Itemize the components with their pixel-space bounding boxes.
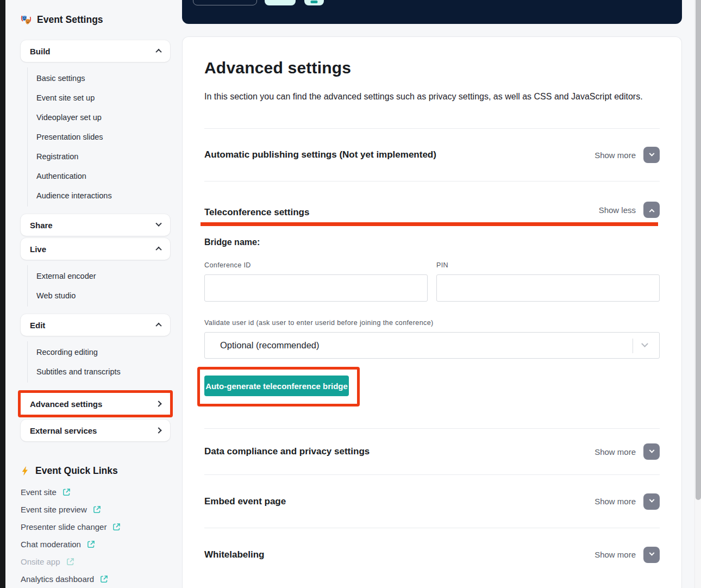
toolbar-button-icon <box>311 1 318 3</box>
quick-link-analytics-dashboard[interactable]: Analytics dashboard <box>21 570 182 587</box>
section-row-whitelabeling: Whitelabeling Show more <box>204 528 660 581</box>
quick-link-label: Event site preview <box>21 505 87 514</box>
external-link-icon <box>112 523 121 531</box>
expand-section-button[interactable] <box>643 547 660 563</box>
validate-userid-select[interactable]: Optional (recommended) <box>204 332 660 359</box>
show-less-label[interactable]: Show less <box>599 205 636 215</box>
chevron-down-icon <box>649 497 654 503</box>
quick-link-event-site[interactable]: Event site <box>21 483 182 501</box>
expand-section-button[interactable] <box>643 147 660 163</box>
sidebar-item-videoplayer-set-up[interactable]: Videoplayer set up <box>28 108 182 127</box>
section-controls: Show more <box>594 547 660 563</box>
show-more-label[interactable]: Show more <box>594 447 636 456</box>
sidebar-item-registration[interactable]: Registration <box>28 147 182 166</box>
edit-subitems: Recording editing Subtitles and transcri… <box>27 341 182 383</box>
section-title: Automatic publishing settings (Not yet i… <box>204 149 436 160</box>
external-link-icon <box>93 505 101 514</box>
build-subitems: Basic settings Event site set up Videopl… <box>27 67 182 207</box>
toolbar-primary-button[interactable] <box>265 0 296 5</box>
external-link-icon <box>66 558 74 566</box>
external-link-icon <box>87 540 95 548</box>
sidebar-section-edit[interactable]: Edit <box>21 314 170 336</box>
annotation-box-generate-button: Auto-generate teleconference bridge <box>197 367 360 406</box>
page-description: In this section you can find the advance… <box>204 91 660 102</box>
section-row-teleconference: Teleconference settings Show less <box>204 182 660 222</box>
section-label: Build <box>30 47 51 56</box>
conference-id-label: Conference ID <box>204 261 428 269</box>
auto-generate-bridge-button[interactable]: Auto-generate teleconference bridge <box>204 376 349 396</box>
chevron-right-icon <box>155 427 161 433</box>
sidebar-item-external-encoder[interactable]: External encoder <box>28 266 182 286</box>
bridge-name-label: Bridge name: <box>204 237 660 247</box>
quick-links-list: Event site Event site preview Presenter … <box>21 483 182 588</box>
section-row-data-compliance: Data compliance and privacy settings Sho… <box>204 429 660 474</box>
sidebar-item-web-studio[interactable]: Web studio <box>28 286 182 305</box>
sidebar-section-external-services[interactable]: External services <box>21 420 170 441</box>
quick-link-label: Chat moderation <box>21 540 81 549</box>
quick-link-label: Event site <box>21 487 57 497</box>
sidebar-item-presentation-slides[interactable]: Presentation slides <box>28 127 182 147</box>
lightning-icon <box>21 466 30 476</box>
quick-link-onsite-app[interactable]: Onsite app <box>21 553 182 570</box>
main-column: Advanced settings In this section you ca… <box>182 0 682 588</box>
sidebar-title-text: Event Settings <box>37 14 103 26</box>
pin-input[interactable] <box>436 274 660 302</box>
advanced-settings-panel: Advanced settings In this section you ca… <box>182 36 682 588</box>
quick-link-label: Analytics dashboard <box>21 574 94 584</box>
sidebar-section-advanced-settings[interactable]: Advanced settings <box>21 393 170 415</box>
sidebar-item-basic-settings[interactable]: Basic settings <box>28 68 182 88</box>
masks-icon <box>21 15 32 26</box>
quick-link-chat-moderation[interactable]: Chat moderation <box>21 535 182 553</box>
section-controls: Show more <box>594 147 660 163</box>
quick-link-label: Onsite app <box>21 557 60 566</box>
chevron-down-icon <box>155 221 161 227</box>
section-title: Teleconference settings <box>204 207 309 218</box>
window-edge-strip <box>0 0 5 588</box>
section-title: Embed event page <box>204 496 286 507</box>
section-label: Share <box>30 221 53 230</box>
sidebar-section-share[interactable]: Share <box>21 214 170 236</box>
sidebar: Event Settings Build Basic settings Even… <box>5 0 182 588</box>
annotation-box-advanced-settings: Advanced settings <box>18 390 173 417</box>
chevron-down-icon <box>649 551 654 556</box>
live-subitems: External encoder Web studio <box>27 265 182 306</box>
sidebar-item-authentication[interactable]: Authentication <box>28 166 182 186</box>
section-row-automatic-publishing: Automatic publishing settings (Not yet i… <box>204 129 660 181</box>
sidebar-item-recording-editing[interactable]: Recording editing <box>28 342 182 362</box>
toolbar-icon-button[interactable] <box>304 0 324 5</box>
chevron-down-icon <box>649 151 654 156</box>
page-scrollbar-track[interactable] <box>694 0 701 588</box>
sidebar-item-event-site-set-up[interactable]: Event site set up <box>28 88 182 108</box>
section-controls: Show more <box>594 443 660 460</box>
show-more-label[interactable]: Show more <box>594 497 636 506</box>
expand-section-button[interactable] <box>643 493 660 510</box>
sidebar-item-audience-interactions[interactable]: Audience interactions <box>28 186 182 205</box>
section-title: Whitelabeling <box>204 549 265 560</box>
section-label: Edit <box>30 321 45 330</box>
page-scrollbar-thumb[interactable] <box>696 0 701 500</box>
sidebar-item-subtitles-and-transcripts[interactable]: Subtitles and transcripts <box>28 362 182 381</box>
show-more-label[interactable]: Show more <box>594 550 636 559</box>
external-link-icon <box>62 488 71 496</box>
section-controls: Show more <box>594 493 660 510</box>
section-label: Live <box>30 245 46 254</box>
quick-links-title-text: Event Quick Links <box>35 465 118 477</box>
quick-link-presenter-slide-changer[interactable]: Presenter slide changer <box>21 518 182 535</box>
conference-id-field-group: Conference ID <box>204 261 428 302</box>
expand-section-button[interactable] <box>643 443 660 460</box>
collapse-section-button[interactable] <box>643 202 660 218</box>
toolbar-outline-button[interactable] <box>193 0 257 5</box>
show-more-label[interactable]: Show more <box>594 151 636 160</box>
quick-link-event-site-preview[interactable]: Event site preview <box>21 501 182 518</box>
chevron-up-icon <box>155 247 161 253</box>
pin-label: PIN <box>436 261 660 269</box>
chevron-up-icon <box>155 49 161 55</box>
pin-field-group: PIN <box>436 261 660 302</box>
sidebar-section-build[interactable]: Build <box>21 40 170 62</box>
chevron-up-icon <box>155 323 161 329</box>
conference-id-input[interactable] <box>204 274 428 302</box>
external-link-icon <box>100 575 108 583</box>
sidebar-section-live[interactable]: Live <box>21 238 170 260</box>
validate-userid-label: Validate user id (ask user to enter user… <box>204 319 660 327</box>
section-title: Data compliance and privacy settings <box>204 446 370 457</box>
